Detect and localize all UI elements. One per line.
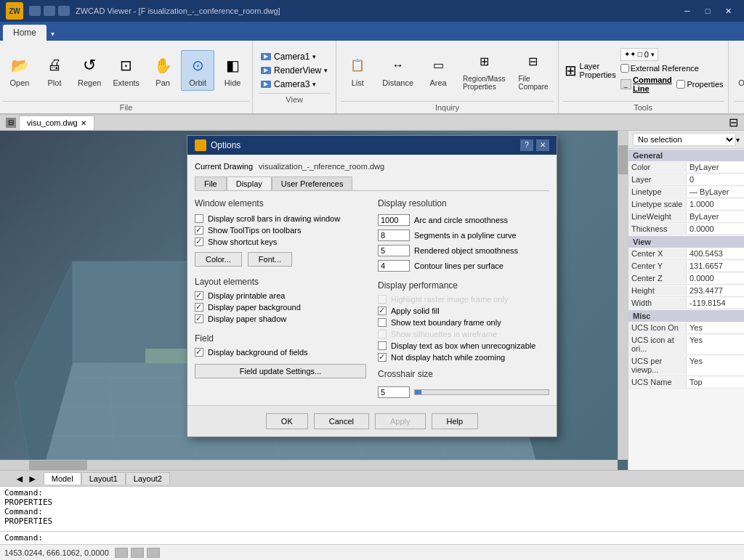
thickness-key: Thickness [628, 224, 687, 234]
orbit-button[interactable]: ⊙ Orbit [181, 50, 214, 91]
modal-close-button[interactable]: ✕ [536, 139, 549, 151]
camera1-item[interactable]: ▶ Camera1 ▾ [259, 51, 330, 62]
ok-button[interactable]: OK [266, 413, 308, 429]
text-boundary-checkbox[interactable] [378, 318, 387, 327]
font-button[interactable]: Font... [248, 252, 292, 267]
maximize-button[interactable]: □ [698, 4, 718, 18]
field-background-label: Display background of fields [208, 348, 308, 357]
lineweight-row: LineWeight ByLayer [628, 211, 744, 223]
arc-smoothness-input[interactable] [378, 214, 410, 226]
paper-background-checkbox[interactable] [195, 303, 203, 312]
crosshair-slider[interactable] [414, 389, 549, 395]
apply-solid-fill-checkbox[interactable] [378, 307, 387, 315]
printable-area-row: Display printable area [195, 291, 366, 300]
hide-button[interactable]: ◧ Hide [216, 50, 249, 91]
tab-display[interactable]: Display [227, 176, 272, 190]
external-ref-checkbox[interactable] [620, 64, 629, 73]
area-button[interactable]: ▭ Area [421, 50, 455, 91]
region-mass-button[interactable]: ⊞ Region/MassProperties [458, 46, 510, 94]
camera3-arrow: ▾ [312, 81, 316, 88]
open-button[interactable]: 📂 Open [3, 50, 36, 91]
minimize-button[interactable]: ─ [677, 4, 698, 18]
snap-icon[interactable] [131, 548, 144, 558]
linetype-row: Linetype — ByLayer [628, 186, 744, 198]
layer-icon: ⊞ [565, 62, 577, 79]
selection-dropdown[interactable]: No selection [633, 133, 736, 146]
rendered-smoothness-label: Rendered object smoothness [414, 246, 518, 255]
cancel-button[interactable]: Cancel [314, 413, 369, 429]
list-button[interactable]: 📋 List [341, 50, 374, 91]
printable-area-checkbox[interactable] [195, 291, 203, 300]
layout2-tab[interactable]: Layout2 [126, 472, 170, 484]
dropdown-chevron[interactable]: ▾ [736, 136, 740, 144]
extents-button[interactable]: ⊡ Extents [108, 50, 145, 91]
properties-panel: No selection ▾ General Color ByLayer Lay… [628, 131, 744, 470]
renderview-item[interactable]: ▶ RenderView ▾ [259, 65, 330, 76]
crosshair-size-input[interactable] [378, 386, 410, 398]
not-display-hatch-row: Not display hatch while zooming [378, 353, 549, 362]
layer-properties-btn[interactable]: ⊞ LayerProperties [563, 60, 618, 81]
command-input-field[interactable] [43, 533, 740, 543]
ribbon-tab-arrow[interactable]: ▾ [46, 27, 59, 41]
scroll-bars-checkbox[interactable] [195, 214, 203, 223]
camera1-label: Camera1 [274, 52, 310, 62]
ucs-per-viewp-val: Yes [687, 356, 744, 375]
vertical-scrollbar-thumb[interactable] [618, 145, 628, 174]
contour-lines-input[interactable] [378, 260, 410, 272]
properties-checkbox[interactable] [676, 80, 685, 89]
panel-toggle[interactable]: ⊟ [723, 115, 744, 129]
shortcut-keys-checkbox[interactable] [195, 238, 203, 246]
external-ref-btn[interactable]: External Reference [620, 64, 724, 73]
title-icon-3 [58, 6, 70, 16]
color-button[interactable]: Color... [195, 252, 242, 267]
tab-file[interactable]: File [195, 176, 227, 190]
options-button[interactable]: ⚙ Options [735, 50, 744, 91]
rendered-smoothness-input[interactable] [378, 245, 410, 256]
field-update-button[interactable]: Field update Settings... [195, 364, 366, 378]
file-compare-button[interactable]: ⊟ FileCompare [513, 46, 553, 94]
paper-background-label: Display paper background [208, 303, 301, 312]
camera3-item[interactable]: ▶ Camera3 ▾ [259, 78, 330, 90]
doc-tab-close[interactable]: ✕ [81, 119, 86, 127]
layer-color-selector[interactable]: ✦✦ □ 0 ▾ [620, 48, 658, 61]
grid-icon[interactable] [115, 548, 128, 558]
silhouettes-checkbox[interactable] [378, 330, 387, 338]
modal-help-button[interactable]: ? [520, 139, 533, 151]
apply-button[interactable]: Apply [375, 413, 426, 429]
not-display-hatch-checkbox[interactable] [378, 353, 387, 362]
tab-user-preferences[interactable]: User Preferences [272, 176, 353, 190]
plot-button[interactable]: 🖨 Plot [38, 50, 71, 91]
title-bar-icons [29, 6, 70, 16]
help-button[interactable]: Help [432, 413, 479, 429]
model-tab[interactable]: Model [44, 472, 81, 484]
vertical-scrollbar[interactable] [618, 131, 628, 460]
tooltips-row: Show ToolTips on toolbars [195, 226, 366, 235]
layout1-tab[interactable]: Layout1 [81, 472, 126, 484]
field-background-checkbox[interactable] [195, 348, 203, 357]
command-line-1: Command: [4, 488, 740, 498]
pan-button[interactable]: ✋ Pan [146, 50, 179, 91]
renderview-icon: ▶ [261, 67, 271, 74]
color-row: Color ByLayer [628, 161, 744, 174]
next-tab-button[interactable]: ► [28, 473, 38, 484]
horizontal-scrollbar-thumb[interactable] [29, 460, 87, 470]
distance-button[interactable]: ↔ Distance [377, 50, 418, 91]
ribbon-tabs: Home ▾ [0, 22, 744, 41]
tooltips-checkbox[interactable] [195, 226, 203, 235]
general-section-header: General [628, 150, 744, 161]
horizontal-scrollbar[interactable] [0, 460, 618, 470]
doc-tab-active[interactable]: visu_com.dwg ✕ [19, 115, 94, 130]
close-button[interactable]: ✕ [718, 4, 738, 18]
hide-icon: ◧ [221, 54, 244, 77]
highlight-raster-checkbox[interactable] [378, 295, 387, 304]
ribbon-tab-home[interactable]: Home [3, 25, 46, 41]
command-line-label[interactable]: Command Line [633, 76, 676, 93]
display-text-box-checkbox[interactable] [378, 341, 387, 350]
regen-button[interactable]: ↺ Regen [73, 50, 106, 91]
paper-shadow-checkbox[interactable] [195, 315, 203, 323]
command-line-icon[interactable]: _ [620, 79, 631, 89]
polyline-segments-input[interactable] [378, 230, 410, 241]
ortho-icon[interactable] [147, 548, 160, 558]
layer-group: ⊞ LayerProperties [563, 60, 618, 81]
prev-tab-button[interactable]: ◄ [15, 473, 25, 484]
